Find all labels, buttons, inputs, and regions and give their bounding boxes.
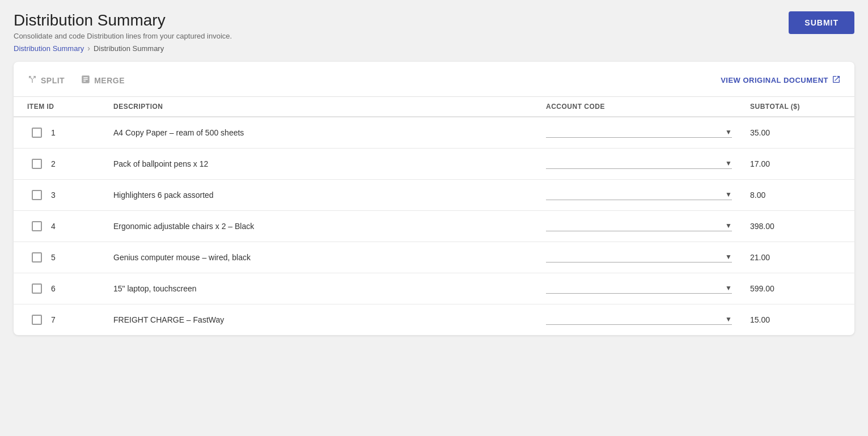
subtotal-cell: 398.00: [741, 211, 854, 242]
account-code-cell[interactable]: ▼: [537, 117, 741, 149]
account-code-cell[interactable]: ▼: [537, 149, 741, 180]
subtotal-cell: 8.00: [741, 180, 854, 211]
description-cell: Pack of ballpoint pens x 12: [104, 149, 537, 180]
account-code-cell[interactable]: ▼: [537, 242, 741, 273]
account-dropdown-5[interactable]: ▼: [546, 253, 732, 263]
header-left: Distribution Summary Consolidate and cod…: [14, 11, 232, 53]
item-id-cell: 7: [14, 304, 104, 336]
submit-button[interactable]: SUBMIT: [789, 11, 854, 34]
merge-button[interactable]: MERGE: [81, 72, 125, 88]
col-header-subtotal: SUBTOTAL ($): [741, 97, 854, 117]
distribution-table: ITEM ID DESCRIPTION ACCOUNT CODE SUBTOTA…: [14, 97, 854, 335]
account-dropdown-2[interactable]: ▼: [546, 159, 732, 169]
table-row: 4 Ergonomic adjustable chairs x 2 – Blac…: [14, 211, 854, 242]
description-cell: Highlighters 6 pack assorted: [104, 180, 537, 211]
subtotal-cell: 21.00: [741, 242, 854, 273]
item-id-cell: 3: [14, 180, 104, 211]
col-header-itemid: ITEM ID: [14, 97, 104, 117]
item-id-value: 4: [51, 222, 56, 231]
item-id-cell: 2: [14, 149, 104, 180]
row-checkbox-1[interactable]: [32, 128, 42, 138]
dropdown-arrow-icon[interactable]: ▼: [725, 253, 732, 261]
table-row: 6 15" laptop, touchscreen ▼ 599.00: [14, 273, 854, 304]
subtotal-value: 35.00: [750, 128, 770, 137]
account-dropdown-7[interactable]: ▼: [546, 315, 732, 325]
row-checkbox-3[interactable]: [32, 190, 42, 200]
dropdown-arrow-icon[interactable]: ▼: [725, 159, 732, 167]
account-code-cell[interactable]: ▼: [537, 180, 741, 211]
item-id-cell: 1: [14, 117, 104, 149]
subtotal-cell: 35.00: [741, 117, 854, 149]
item-id-value: 6: [51, 284, 56, 293]
account-code-cell[interactable]: ▼: [537, 304, 741, 336]
breadcrumb-link[interactable]: Distribution Summary: [14, 44, 84, 53]
toolbar-left: SPLIT MERGE: [27, 72, 125, 88]
split-label: SPLIT: [41, 76, 65, 85]
row-checkbox-7[interactable]: [32, 315, 42, 325]
page-title: Distribution Summary: [14, 11, 232, 29]
breadcrumb-separator: ›: [87, 44, 90, 53]
subtotal-cell: 599.00: [741, 273, 854, 304]
subtotal-value: 599.00: [750, 284, 774, 293]
row-checkbox-6[interactable]: [32, 283, 42, 294]
item-id-value: 5: [51, 253, 56, 262]
item-id-cell: 6: [14, 273, 104, 304]
dropdown-arrow-icon[interactable]: ▼: [725, 315, 732, 323]
description-cell: Genius computer mouse – wired, black: [104, 242, 537, 273]
subtotal-cell: 15.00: [741, 304, 854, 336]
view-original-label: VIEW ORIGINAL DOCUMENT: [721, 76, 828, 84]
description-cell: FREIGHT CHARGE – FastWay: [104, 304, 537, 336]
merge-icon: [81, 74, 91, 86]
row-checkbox-4[interactable]: [32, 221, 42, 231]
breadcrumb-current: Distribution Summary: [94, 44, 164, 53]
table-row: 1 A4 Copy Paper – ream of 500 sheets ▼ 3…: [14, 117, 854, 149]
col-header-description: DESCRIPTION: [104, 97, 537, 117]
dropdown-arrow-icon[interactable]: ▼: [725, 191, 732, 198]
subtotal-value: 21.00: [750, 253, 770, 262]
item-id-cell: 4: [14, 211, 104, 242]
toolbar: SPLIT MERGE VIEW ORIGINAL DOCUMENT: [14, 62, 854, 97]
subtotal-value: 15.00: [750, 315, 770, 324]
subtotal-value: 8.00: [750, 191, 765, 200]
item-id-value: 2: [51, 159, 56, 168]
table-row: 5 Genius computer mouse – wired, black ▼…: [14, 242, 854, 273]
merge-label: MERGE: [94, 76, 125, 85]
dropdown-arrow-icon[interactable]: ▼: [725, 128, 732, 136]
table-row: 3 Highlighters 6 pack assorted ▼ 8.00: [14, 180, 854, 211]
split-icon: [27, 74, 37, 86]
description-cell: Ergonomic adjustable chairs x 2 – Black: [104, 211, 537, 242]
header-section: Distribution Summary Consolidate and cod…: [14, 11, 854, 53]
col-header-account: ACCOUNT CODE: [537, 97, 741, 117]
account-dropdown-4[interactable]: ▼: [546, 222, 732, 231]
item-id-value: 3: [51, 191, 56, 200]
table-row: 2 Pack of ballpoint pens x 12 ▼ 17.00: [14, 149, 854, 180]
view-original-button[interactable]: VIEW ORIGINAL DOCUMENT: [721, 75, 841, 86]
page-subtitle: Consolidate and code Distribution lines …: [14, 32, 232, 40]
table-row: 7 FREIGHT CHARGE – FastWay ▼ 15.00: [14, 304, 854, 336]
account-dropdown-6[interactable]: ▼: [546, 284, 732, 294]
subtotal-value: 398.00: [750, 222, 774, 231]
split-button[interactable]: SPLIT: [27, 72, 65, 88]
item-id-value: 1: [51, 128, 56, 137]
account-dropdown-3[interactable]: ▼: [546, 191, 732, 200]
row-checkbox-5[interactable]: [32, 252, 42, 263]
description-cell: A4 Copy Paper – ream of 500 sheets: [104, 117, 537, 149]
account-code-cell[interactable]: ▼: [537, 211, 741, 242]
external-link-icon: [832, 75, 841, 86]
breadcrumb: Distribution Summary › Distribution Summ…: [14, 44, 232, 53]
item-id-value: 7: [51, 315, 56, 324]
main-card: SPLIT MERGE VIEW ORIGINAL DOCUMENT: [14, 62, 854, 335]
row-checkbox-2[interactable]: [32, 159, 42, 169]
dropdown-arrow-icon[interactable]: ▼: [725, 284, 732, 292]
account-code-cell[interactable]: ▼: [537, 273, 741, 304]
account-dropdown-1[interactable]: ▼: [546, 128, 732, 138]
dropdown-arrow-icon[interactable]: ▼: [725, 222, 732, 230]
subtotal-cell: 17.00: [741, 149, 854, 180]
subtotal-value: 17.00: [750, 159, 770, 168]
item-id-cell: 5: [14, 242, 104, 273]
description-cell: 15" laptop, touchscreen: [104, 273, 537, 304]
table-header-row: ITEM ID DESCRIPTION ACCOUNT CODE SUBTOTA…: [14, 97, 854, 117]
